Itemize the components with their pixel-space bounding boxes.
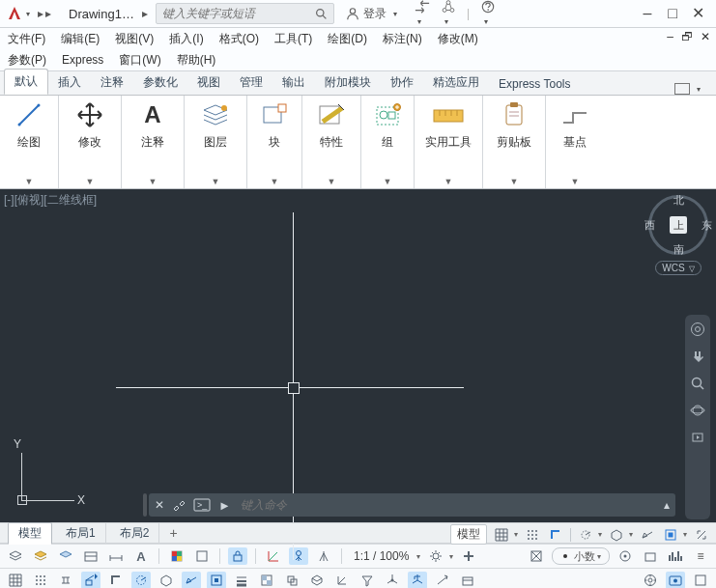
menu-view[interactable]: 视图(V) bbox=[115, 31, 154, 47]
help-search[interactable] bbox=[156, 3, 334, 24]
minimize-button[interactable]: – bbox=[641, 6, 654, 21]
tab-view[interactable]: 视图 bbox=[187, 70, 230, 95]
sb2-cycle[interactable] bbox=[282, 572, 301, 588]
layout-tab-1[interactable]: 布局1 bbox=[56, 523, 106, 544]
help-icon[interactable]: ▾ bbox=[481, 0, 495, 27]
cmdline-close-icon[interactable]: ✕ bbox=[155, 498, 164, 512]
sb-zoom-label[interactable]: 1:1 / 100% bbox=[350, 549, 413, 563]
sb-color[interactable] bbox=[167, 547, 186, 565]
sb-axis[interactable] bbox=[264, 547, 283, 565]
cmdline-customize-icon[interactable] bbox=[172, 498, 186, 512]
account-signin[interactable]: 登录 ▾ bbox=[338, 6, 405, 22]
annoscale-icon[interactable] bbox=[693, 527, 710, 543]
panel-properties[interactable]: 特性 ▼ bbox=[302, 96, 361, 188]
osnap-toggle[interactable] bbox=[662, 527, 679, 543]
ribbon-minimize[interactable]: ▾ bbox=[674, 83, 712, 95]
sb2-lwt[interactable] bbox=[232, 572, 251, 588]
menu-express[interactable]: Express bbox=[62, 53, 103, 67]
tab-output[interactable]: 输出 bbox=[272, 70, 315, 95]
ortho-toggle[interactable] bbox=[547, 527, 564, 543]
sb2-ws[interactable] bbox=[641, 572, 660, 588]
sb-dim[interactable] bbox=[106, 547, 126, 565]
sb-lock[interactable] bbox=[228, 547, 247, 565]
navigation-bar[interactable] bbox=[685, 315, 710, 519]
sb2-infer[interactable] bbox=[56, 572, 75, 588]
menu-format[interactable]: 格式(O) bbox=[219, 31, 259, 47]
menu-draw[interactable]: 绘图(D) bbox=[328, 31, 367, 47]
tab-insert[interactable]: 插入 bbox=[48, 70, 91, 95]
menu-window[interactable]: 窗口(W) bbox=[119, 52, 160, 69]
sb-palette[interactable] bbox=[192, 547, 212, 565]
qat-dropdown[interactable]: ▾ bbox=[26, 10, 30, 18]
viewcube[interactable]: 北 南 东 西 上 bbox=[648, 195, 708, 255]
panel-draw[interactable]: 绘图 ▼ bbox=[0, 96, 59, 188]
menu-dimension[interactable]: 标注(N) bbox=[383, 31, 422, 47]
sb2-grid[interactable] bbox=[6, 572, 25, 588]
sb-text[interactable]: A bbox=[131, 547, 151, 565]
sb2-ha[interactable] bbox=[666, 572, 685, 588]
sb2-am[interactable] bbox=[433, 572, 452, 588]
snap-toggle[interactable] bbox=[524, 527, 541, 543]
doc-minimize[interactable]: – bbox=[667, 30, 673, 43]
layout-tab-2[interactable]: 布局2 bbox=[110, 523, 160, 544]
command-input[interactable] bbox=[239, 497, 656, 513]
menu-edit[interactable]: 编辑(E) bbox=[61, 31, 100, 47]
sb2-3dosnap[interactable] bbox=[307, 572, 327, 588]
wcs-menu[interactable]: WCS▽ bbox=[655, 261, 701, 275]
exchange-icon[interactable]: ▾ bbox=[415, 0, 430, 27]
drawing-viewport[interactable]: [-][俯视][二维线框] Y X 北 南 东 西 上 WCS▽ ✕ >_ ► … bbox=[0, 189, 716, 522]
menu-help[interactable]: 帮助(H) bbox=[177, 52, 216, 69]
tab-home[interactable]: 默认 bbox=[4, 69, 48, 95]
sb2-osnap[interactable] bbox=[207, 572, 226, 588]
sb-layer-manager[interactable] bbox=[6, 547, 25, 565]
menu-tools[interactable]: 工具(T) bbox=[274, 31, 312, 47]
tab-addins[interactable]: 附加模块 bbox=[315, 70, 381, 95]
menu-file[interactable]: 文件(F) bbox=[8, 31, 45, 47]
panel-modify[interactable]: 修改 ▼ bbox=[59, 96, 122, 188]
tab-parametric[interactable]: 参数化 bbox=[133, 70, 187, 95]
cmdline-handle[interactable] bbox=[143, 493, 147, 517]
viewport-label[interactable]: [-][俯视][二维线框] bbox=[4, 192, 97, 209]
sb2-filter[interactable] bbox=[358, 572, 377, 588]
sb-add[interactable] bbox=[459, 547, 478, 565]
command-line[interactable]: ✕ >_ ► ▴ bbox=[149, 493, 675, 517]
document-title[interactable]: Drawing1… bbox=[61, 7, 142, 21]
sb-layer3[interactable] bbox=[56, 547, 75, 565]
nav-wheel-icon[interactable] bbox=[689, 321, 706, 338]
sb-person[interactable] bbox=[289, 547, 308, 565]
tab-featured[interactable]: 精选应用 bbox=[423, 70, 489, 95]
tab-manage[interactable]: 管理 bbox=[230, 70, 272, 95]
layout-tab-add[interactable]: + bbox=[163, 525, 183, 541]
sb2-otrack[interactable] bbox=[182, 572, 201, 588]
sb-gear[interactable] bbox=[426, 547, 445, 565]
sb2-gizmo[interactable] bbox=[383, 572, 402, 588]
sb2-ducs[interactable] bbox=[332, 572, 352, 588]
nav-showmotion-icon[interactable] bbox=[689, 429, 706, 446]
history-nav[interactable]: ▸▸ bbox=[38, 7, 53, 20]
menu-parametric[interactable]: 参数(P) bbox=[8, 52, 46, 69]
sb2-dyn[interactable] bbox=[81, 572, 100, 588]
panel-annotate[interactable]: A 注释 ▼ bbox=[122, 96, 185, 188]
sb-maximize-vp[interactable] bbox=[527, 547, 546, 565]
panel-group[interactable]: 组 ▼ bbox=[361, 96, 415, 188]
sb2-annomonitor[interactable] bbox=[408, 572, 427, 588]
menu-modify[interactable]: 修改(M) bbox=[438, 31, 478, 47]
panel-layers[interactable]: 图层 ▼ bbox=[185, 96, 247, 188]
nav-zoom-icon[interactable] bbox=[689, 375, 706, 392]
sb2-iso[interactable] bbox=[157, 572, 176, 588]
nav-orbit-icon[interactable] bbox=[689, 402, 706, 419]
cmdline-recent-icon[interactable]: ▴ bbox=[664, 498, 670, 512]
maximize-button[interactable]: □ bbox=[666, 6, 679, 21]
tab-collab[interactable]: 协作 bbox=[381, 70, 423, 95]
polar-toggle[interactable] bbox=[577, 527, 594, 543]
tab-annotate[interactable]: 注释 bbox=[91, 70, 133, 95]
autodesk-app-icon[interactable]: ▾ bbox=[442, 0, 455, 27]
sb-eq[interactable] bbox=[666, 547, 685, 565]
space-toggle[interactable]: 模型 bbox=[450, 524, 487, 545]
sb2-cleanscreen[interactable] bbox=[691, 572, 710, 588]
sb-layer2[interactable] bbox=[31, 547, 50, 565]
nav-pan-icon[interactable] bbox=[689, 348, 706, 365]
otrack-toggle[interactable] bbox=[639, 527, 656, 543]
doc-restore[interactable]: 🗗 bbox=[681, 30, 693, 43]
panel-clipboard[interactable]: 剪贴板 ▼ bbox=[483, 96, 546, 188]
